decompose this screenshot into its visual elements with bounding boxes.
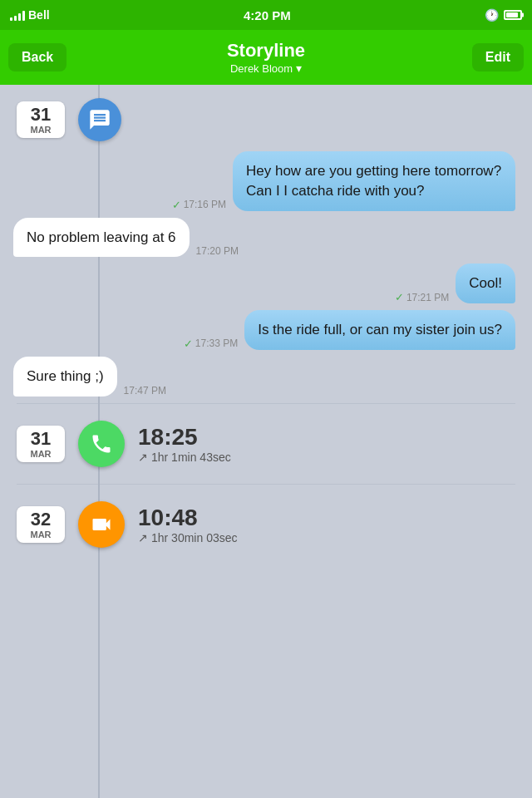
event-time: 10:48: [138, 505, 238, 531]
video-icon: [90, 513, 113, 536]
nav-title: Storyline: [227, 40, 305, 62]
event-month: MAR: [25, 530, 57, 539]
nav-title-block: Storyline Derek Bloom ▾: [227, 40, 305, 75]
phone-call-icon: [78, 421, 125, 467]
message-bubble: Cool!: [456, 264, 515, 303]
message-row: ✓ 17:16 PM Hey how are you getting here …: [13, 151, 515, 211]
message-timestamp: ✓ 17:21 PM: [395, 291, 449, 303]
message-row: ✓ 17:33 PM Is the ride full, or can my s…: [13, 310, 515, 350]
chevron-down-icon: ▾: [296, 62, 302, 75]
event-date-badge: 31 MAR: [17, 426, 65, 462]
event-month: MAR: [25, 449, 57, 459]
date-day: 31: [25, 105, 57, 125]
duration-text: 1hr 30min 03sec: [151, 531, 238, 544]
event-duration: ↗ 1hr 30min 03sec: [138, 531, 238, 544]
signal-bar-2: [14, 16, 17, 21]
event-day: 32: [25, 510, 57, 530]
message-text: Sure thing ;): [27, 368, 104, 384]
edit-button[interactable]: Edit: [472, 43, 524, 71]
chat-area: 31 MAR ✓ 17:16 PM Hey how are you gettin…: [0, 85, 532, 798]
signal-bars: [10, 9, 25, 21]
signal-bar-1: [10, 17, 12, 21]
nav-bar: Back Storyline Derek Bloom ▾ Edit: [0, 30, 532, 85]
event-day: 31: [25, 429, 57, 449]
chat-icon: [78, 98, 121, 141]
divider: [17, 484, 515, 485]
arrow-up-icon: ↗: [138, 451, 148, 464]
message-text: Cool!: [469, 275, 502, 291]
signal-bar-3: [18, 13, 21, 21]
event-time: 18:25: [138, 424, 231, 451]
date-marker: 31 MAR: [0, 98, 532, 141]
signal-bar-4: [22, 11, 25, 21]
arrow-up-icon: ↗: [138, 531, 148, 544]
chat-icon-wrap: [78, 98, 121, 141]
nav-subtitle[interactable]: Derek Bloom ▾: [227, 62, 305, 75]
date-month: MAR: [25, 125, 57, 135]
message-text: Is the ride full, or can my sister join …: [258, 322, 502, 337]
divider: [17, 403, 515, 404]
status-right: 🕐: [485, 8, 522, 22]
date-badge: 31 MAR: [17, 101, 65, 138]
message-timestamp: ✓ 17:16 PM: [172, 199, 226, 211]
duration-text: 1hr 1min 43sec: [151, 451, 231, 464]
checkmark-icon: ✓: [395, 291, 404, 303]
message-bubble: Is the ride full, or can my sister join …: [244, 310, 515, 350]
checkmark-icon: ✓: [172, 199, 181, 211]
message-row: Sure thing ;) 17:47 PM: [13, 357, 519, 397]
phone-event-icon-wrap: [78, 421, 125, 467]
message-bubble: No problem leaving at 6: [13, 218, 190, 258]
checkmark-icon: ✓: [184, 337, 193, 350]
video-event-icon-wrap: [78, 501, 125, 548]
message-text: No problem leaving at 6: [27, 229, 176, 245]
clock-icon: 🕐: [485, 8, 499, 22]
video-call-icon: [78, 501, 125, 548]
event-date-badge: 32 MAR: [17, 506, 65, 543]
message-timestamp: 17:47 PM: [124, 385, 166, 397]
message-row: ✓ 17:21 PM Cool!: [13, 264, 515, 303]
message-timestamp: ✓ 17:33 PM: [184, 337, 238, 350]
phone-icon: [90, 432, 113, 456]
status-bar: Bell 4:20 PM 🕐: [0, 0, 532, 30]
message-timestamp: 17:20 PM: [196, 245, 239, 257]
nav-subtitle-text: Derek Bloom: [230, 62, 293, 75]
message-bubble: Sure thing ;): [13, 357, 117, 397]
message-row: No problem leaving at 6 17:20 PM: [13, 218, 519, 258]
event-info: 10:48 ↗ 1hr 30min 03sec: [138, 505, 238, 544]
message-bubble-icon: [88, 108, 111, 131]
status-left: Bell: [10, 8, 50, 22]
timeline-event-phone: 31 MAR 18:25 ↗ 1hr 1min 43sec: [0, 411, 532, 477]
message-bubble: Hey how are you getting here tomorrow? C…: [233, 151, 515, 211]
event-info: 18:25 ↗ 1hr 1min 43sec: [138, 424, 231, 464]
event-duration: ↗ 1hr 1min 43sec: [138, 451, 231, 464]
timeline-event-video: 32 MAR 10:48 ↗ 1hr 30min 03sec: [0, 491, 532, 558]
status-time: 4:20 PM: [244, 8, 291, 22]
message-text: Hey how are you getting here tomorrow? C…: [246, 163, 501, 199]
carrier-name: Bell: [28, 8, 50, 22]
battery-icon: [504, 10, 522, 20]
back-button[interactable]: Back: [8, 43, 66, 71]
